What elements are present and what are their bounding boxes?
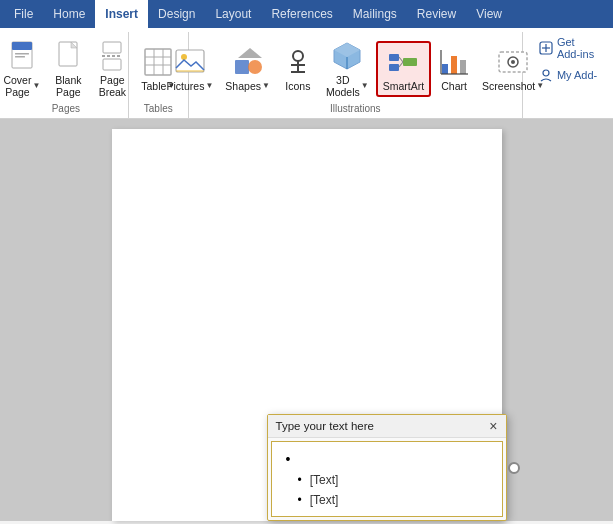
tab-layout[interactable]: Layout xyxy=(205,0,261,28)
my-addins-button[interactable]: My Add- xyxy=(535,66,603,84)
smartart-panel-body: [Text] [Text] xyxy=(271,441,503,517)
smartart-icon xyxy=(387,46,419,78)
smartart-connector-dot xyxy=(508,462,520,474)
pictures-label: Pictures ▼ xyxy=(167,80,214,92)
pictures-button[interactable]: Pictures ▼ xyxy=(162,43,219,95)
tab-design[interactable]: Design xyxy=(148,0,205,28)
pages-group-label: Pages xyxy=(10,103,122,116)
smartart-text-input[interactable] xyxy=(298,452,478,466)
get-addins-label: Get Add-ins xyxy=(557,36,599,60)
smartart-label: SmartArt xyxy=(383,80,424,92)
chart-label: Chart xyxy=(441,80,467,92)
get-addins-icon xyxy=(539,41,553,55)
chart-button[interactable]: Chart xyxy=(433,43,475,95)
document-page: Type your text here × [Text] [Text] xyxy=(112,129,502,521)
svg-rect-6 xyxy=(103,42,121,53)
my-addins-label: My Add- xyxy=(557,69,597,81)
svg-rect-2 xyxy=(15,53,29,55)
chart-icon xyxy=(438,46,470,78)
svg-rect-29 xyxy=(403,58,417,66)
shapes-icon xyxy=(232,46,264,78)
3d-models-icon xyxy=(331,40,363,72)
smartart-list-item-1[interactable]: [Text] xyxy=(282,470,492,490)
page-break-label: PageBreak xyxy=(99,74,126,98)
svg-rect-3 xyxy=(15,56,25,58)
svg-marker-19 xyxy=(238,48,262,58)
svg-rect-34 xyxy=(460,60,466,74)
tab-file[interactable]: File xyxy=(4,0,43,28)
cover-page-icon xyxy=(6,40,38,72)
blank-page-icon xyxy=(52,40,84,72)
tab-insert[interactable]: Insert xyxy=(95,0,148,28)
smartart-panel-header: Type your text here × xyxy=(268,415,506,438)
svg-rect-1 xyxy=(12,42,32,50)
smartart-item-text-1: [Text] xyxy=(310,473,339,487)
3d-models-button[interactable]: 3DModels ▼ xyxy=(321,37,374,101)
cover-page-button[interactable]: CoverPage ▼ xyxy=(0,37,45,101)
tables-group-label: Tables xyxy=(135,103,182,116)
cover-page-label: CoverPage ▼ xyxy=(3,74,40,98)
svg-rect-8 xyxy=(103,59,121,70)
svg-point-39 xyxy=(511,60,515,64)
smartart-button[interactable]: SmartArt xyxy=(376,41,431,97)
svg-rect-27 xyxy=(389,54,399,61)
svg-point-43 xyxy=(543,70,549,76)
svg-rect-14 xyxy=(176,50,204,72)
tab-mailings[interactable]: Mailings xyxy=(343,0,407,28)
ribbon: File Home Insert Design Layout Reference… xyxy=(0,0,613,119)
3d-models-label: 3DModels ▼ xyxy=(326,74,369,98)
my-addins-icon xyxy=(539,68,553,82)
smartart-panel-title: Type your text here xyxy=(276,420,374,432)
smartart-close-button[interactable]: × xyxy=(489,419,497,433)
tab-review[interactable]: Review xyxy=(407,0,466,28)
icons-icon xyxy=(282,46,314,78)
svg-line-31 xyxy=(399,62,403,67)
shapes-label: Shapes ▼ xyxy=(225,80,270,92)
svg-rect-16 xyxy=(176,70,204,72)
pages-buttons: CoverPage ▼ BlankPage xyxy=(0,34,133,103)
smartart-text-panel: Type your text here × [Text] [Text] xyxy=(267,414,507,521)
svg-line-30 xyxy=(399,57,403,62)
page-break-button[interactable]: PageBreak xyxy=(91,37,133,101)
pictures-icon xyxy=(174,46,206,78)
svg-rect-32 xyxy=(442,64,448,74)
smartart-item-text-2: [Text] xyxy=(310,493,339,507)
blank-page-button[interactable]: BlankPage xyxy=(47,37,89,101)
document-area: Type your text here × [Text] [Text] xyxy=(0,119,613,521)
illustrations-group-label: Illustrations xyxy=(195,103,516,116)
tab-view[interactable]: View xyxy=(466,0,512,28)
svg-rect-28 xyxy=(389,64,399,71)
tab-home[interactable]: Home xyxy=(43,0,95,28)
ribbon-content: CoverPage ▼ BlankPage xyxy=(0,28,613,118)
svg-point-18 xyxy=(248,60,262,74)
group-pages: CoverPage ▼ BlankPage xyxy=(4,32,129,118)
svg-rect-33 xyxy=(451,56,457,74)
tab-bar: File Home Insert Design Layout Reference… xyxy=(0,0,613,28)
group-addins: Get Add-ins My Add- Add-ins xyxy=(523,32,609,118)
group-illustrations: Pictures ▼ Shapes ▼ xyxy=(189,32,523,118)
shapes-button[interactable]: Shapes ▼ xyxy=(220,43,275,95)
tab-references[interactable]: References xyxy=(261,0,342,28)
get-addins-button[interactable]: Get Add-ins xyxy=(535,34,603,62)
page-break-icon xyxy=(96,40,128,72)
svg-point-20 xyxy=(293,51,303,61)
smartart-active-item[interactable] xyxy=(282,448,492,470)
illustrations-buttons: Pictures ▼ Shapes ▼ xyxy=(162,34,550,103)
icons-button[interactable]: Icons xyxy=(277,43,319,95)
svg-rect-17 xyxy=(235,60,249,74)
blank-page-label: BlankPage xyxy=(55,74,81,98)
addin-section: Get Add-ins My Add- xyxy=(529,34,603,84)
icons-label: Icons xyxy=(285,80,310,92)
smartart-list-item-2[interactable]: [Text] xyxy=(282,490,492,510)
